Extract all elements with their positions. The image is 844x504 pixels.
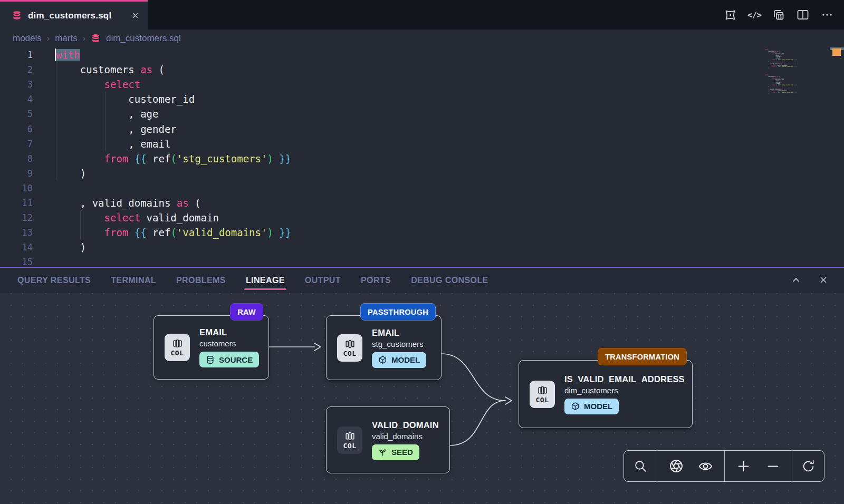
node-model-name: customers	[199, 339, 260, 348]
code-line-15[interactable]: 15	[0, 255, 844, 267]
database-icon	[12, 11, 22, 21]
resource-type-chip-model: MODEL	[372, 352, 426, 368]
code-text: select	[56, 77, 140, 92]
code-line-9[interactable]: 9 )	[0, 166, 844, 181]
panel-tab-terminal[interactable]: TERMINAL	[111, 268, 156, 293]
code-text: from {{ ref('stg_customers') }}	[56, 151, 291, 166]
tab-title: dim_customers.sql	[28, 11, 126, 21]
code-text: )	[56, 166, 86, 181]
collapse-panel-icon[interactable]	[788, 272, 804, 288]
column-tile: COL	[337, 427, 362, 454]
dbt-extension-icon[interactable]	[721, 5, 740, 24]
query-results-icon[interactable]	[769, 5, 788, 24]
line-number: 3	[0, 77, 33, 92]
breadcrumb-separator: ›	[47, 34, 50, 43]
columns-icon	[344, 431, 356, 442]
code-editor[interactable]: 1with2 customers as (3 select4 customer_…	[0, 47, 844, 267]
close-tab-icon[interactable]	[131, 12, 139, 20]
toolbar-group	[657, 451, 724, 481]
line-number: 4	[0, 92, 33, 106]
shutter-icon[interactable]	[666, 455, 687, 477]
split-editor-icon[interactable]	[793, 5, 812, 24]
line-number: 8	[0, 151, 33, 166]
tab-dim-customers-sql[interactable]: dim_customers.sql	[0, 0, 148, 30]
line-number: 11	[0, 196, 33, 210]
code-text: , email	[56, 137, 170, 151]
columns-icon	[537, 385, 548, 396]
code-line-3[interactable]: 3 select	[0, 77, 844, 92]
node-column-name: EMAIL	[372, 328, 433, 338]
refresh-icon[interactable]	[798, 455, 819, 477]
line-number: 9	[0, 166, 33, 181]
node-badge-passthrough: PASSTHROUGH	[360, 303, 436, 321]
code-line-7[interactable]: 7 , email	[0, 137, 844, 151]
line-number: 14	[0, 240, 33, 255]
toolbar-group	[792, 451, 824, 481]
panel-tab-debug-console[interactable]: DEBUG CONSOLE	[411, 268, 488, 293]
breadcrumb-item-dim-customers-sql[interactable]: dim_customers.sql	[106, 33, 181, 44]
zoom-out-icon[interactable]	[762, 455, 783, 477]
toolbar-group	[624, 451, 657, 481]
lineage-toolbar	[624, 450, 824, 482]
panel-tab-ports[interactable]: PORTS	[361, 268, 391, 293]
text-cursor	[55, 49, 56, 61]
node-badge-transformation: TRANSFORMATION	[598, 348, 687, 365]
code-text: customer_id	[56, 92, 195, 106]
node-column-name: IS_VALID_EMAIL_ADDRESS	[564, 374, 684, 384]
code-text: select valid_domain	[56, 210, 219, 225]
node-model-name: valid_domains	[372, 432, 441, 441]
code-text: with	[56, 47, 80, 62]
database-icon	[206, 355, 215, 364]
code-line-2[interactable]: 2 customers as (	[0, 62, 844, 77]
lineage-canvas[interactable]: RAWCOLEMAILcustomersSOURCEPASSTHROUGHCOL…	[0, 293, 844, 504]
chip-label: MODEL	[391, 355, 420, 364]
line-number: 12	[0, 210, 33, 225]
code-line-5[interactable]: 5 , age	[0, 106, 844, 121]
columns-icon	[172, 338, 183, 349]
code-text: from {{ ref('valid_domains') }}	[56, 225, 291, 240]
tab-bar-actions: </>	[721, 0, 837, 30]
code-line-8[interactable]: 8 from {{ ref('stg_customers') }}	[0, 151, 844, 166]
column-tile: COL	[530, 381, 555, 408]
breadcrumb-item-models[interactable]: models	[13, 33, 42, 44]
code-line-6[interactable]: 6 , gender	[0, 122, 844, 137]
close-panel-icon[interactable]	[816, 272, 831, 288]
code-text: customers as (	[56, 62, 165, 77]
bottom-panel-tab-bar: QUERY RESULTSTERMINALPROBLEMSLINEAGEOUTP…	[0, 267, 844, 293]
line-number: 5	[0, 106, 33, 121]
lineage-node-valid_domains[interactable]: COLVALID_DOMAINvalid_domainsSEED	[326, 406, 450, 473]
panel-tab-query-results[interactable]: QUERY RESULTS	[17, 268, 91, 293]
breadcrumb-item-marts[interactable]: marts	[55, 33, 78, 44]
code-line-14[interactable]: 14 )	[0, 240, 844, 255]
line-number: 1	[0, 47, 33, 62]
code-line-1[interactable]: 1with	[0, 47, 844, 62]
code-line-13[interactable]: 13 from {{ ref('valid_domains') }}	[0, 225, 844, 240]
resource-type-chip-seed: SEED	[372, 444, 419, 460]
breadcrumb-separator: ›	[83, 34, 85, 43]
line-number: 2	[0, 62, 33, 77]
minimap[interactable]: with customers as ( select customer_id ,…	[765, 50, 826, 96]
panel-tab-problems[interactable]: PROBLEMS	[176, 268, 226, 293]
chip-label: SEED	[391, 448, 413, 457]
search-icon[interactable]	[630, 455, 651, 477]
line-number: 10	[0, 181, 33, 196]
code-line-10[interactable]: 10	[0, 181, 844, 196]
breadcrumb: models›marts›dim_customers.sql	[0, 30, 844, 47]
line-number: 7	[0, 137, 33, 151]
zoom-in-icon[interactable]	[733, 455, 754, 477]
arrowhead	[505, 397, 512, 404]
more-actions-icon[interactable]	[818, 5, 837, 24]
chip-label: SOURCE	[219, 355, 253, 364]
code-line-11[interactable]: 11 , valid_domains as (	[0, 196, 844, 210]
line-number: 6	[0, 122, 33, 137]
panel-tab-output[interactable]: OUTPUT	[305, 268, 341, 293]
lineage-node-dim_customers[interactable]: TRANSFORMATIONCOLIS_VALID_EMAIL_ADDRESSd…	[519, 360, 693, 428]
lineage-node-customers[interactable]: RAWCOLEMAILcustomersSOURCE	[154, 315, 269, 380]
cube-icon	[378, 355, 387, 364]
code-line-4[interactable]: 4 customer_id	[0, 92, 844, 106]
inline-code-icon[interactable]: </>	[745, 5, 764, 24]
eye-icon[interactable]	[695, 455, 716, 477]
code-line-12[interactable]: 12 select valid_domain	[0, 210, 844, 225]
panel-tab-lineage[interactable]: LINEAGE	[246, 268, 285, 293]
lineage-node-stg_customers[interactable]: PASSTHROUGHCOLEMAILstg_customersMODEL	[326, 315, 442, 380]
